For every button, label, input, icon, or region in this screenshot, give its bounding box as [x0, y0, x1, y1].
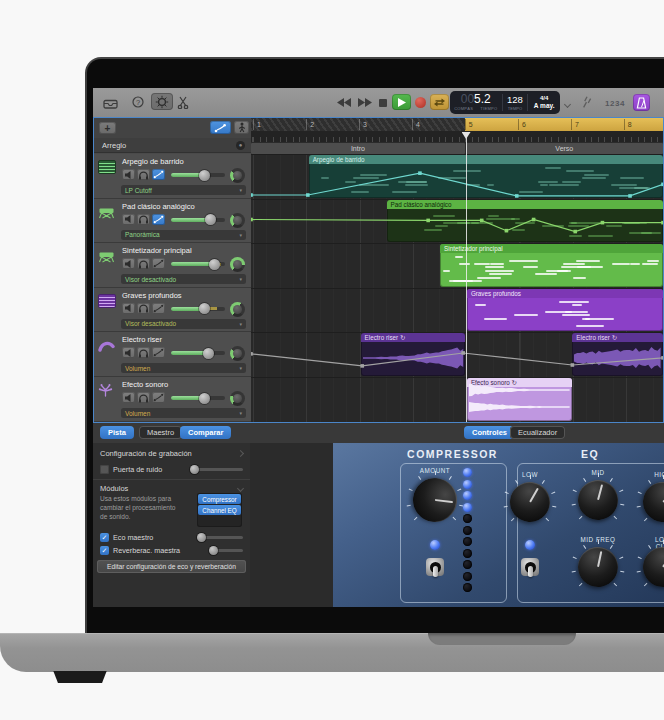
volume-slider[interactable]	[171, 262, 225, 266]
region-sintetizador-principal[interactable]: Sintetizador principal	[440, 244, 663, 287]
automation-point[interactable]	[573, 229, 577, 233]
volume-thumb[interactable]	[199, 303, 210, 314]
master-echo-slider[interactable]	[197, 536, 243, 539]
automation-point[interactable]	[251, 217, 253, 221]
track-row[interactable]: Pad clásico analógicoPanorámica▾	[94, 199, 251, 244]
track-row[interactable]: Electro riserVolumen▾	[94, 332, 251, 377]
track-row[interactable]: Sintetizador principalVisor desactivado▾	[94, 243, 251, 288]
editors-scissors-icon[interactable]	[177, 95, 189, 109]
track-figure-button[interactable]	[234, 121, 249, 134]
track-parameter-select[interactable]: Volumen▾	[121, 408, 246, 418]
noise-gate-checkbox[interactable]	[100, 465, 109, 474]
automation-button[interactable]	[152, 258, 165, 269]
eq-power-toggle[interactable]	[519, 555, 541, 579]
playhead-line[interactable]	[466, 132, 467, 422]
mute-button[interactable]	[122, 392, 135, 403]
noise-gate-slider[interactable]	[191, 468, 243, 471]
volume-slider[interactable]	[171, 218, 225, 222]
arrangement-marker[interactable]: Verso	[466, 143, 663, 154]
automation-button[interactable]	[152, 303, 165, 314]
mute-button[interactable]	[122, 258, 135, 269]
automation-button[interactable]	[152, 214, 165, 225]
ruler-ticks[interactable]	[251, 131, 663, 142]
stop-button[interactable]	[378, 98, 388, 108]
automation-point[interactable]	[661, 183, 663, 187]
solo-button[interactable]	[137, 258, 150, 269]
modules-row[interactable]: Módulos	[100, 484, 243, 493]
volume-thumb[interactable]	[205, 214, 216, 225]
tab-comparar[interactable]: Comparar	[180, 426, 231, 439]
volume-slider[interactable]	[171, 173, 225, 177]
region-graves-profundos[interactable]: Graves profundos	[467, 289, 663, 332]
automation-button[interactable]	[152, 347, 165, 358]
solo-button[interactable]	[137, 392, 150, 403]
automation-point[interactable]	[661, 220, 663, 224]
tab-maestro[interactable]: Maestro	[139, 426, 182, 439]
automation-point[interactable]	[251, 193, 253, 197]
automation-curve[interactable]	[251, 332, 663, 377]
pan-knob[interactable]	[230, 391, 245, 406]
volume-thumb[interactable]	[199, 393, 210, 404]
compressor-power-toggle[interactable]	[424, 555, 446, 579]
solo-button[interactable]	[137, 303, 150, 314]
automation-point[interactable]	[461, 352, 465, 356]
pan-knob[interactable]	[230, 302, 245, 317]
track-parameter-select[interactable]: LP Cutoff▾	[121, 185, 246, 195]
pan-knob[interactable]	[230, 168, 245, 183]
solo-button[interactable]	[137, 169, 150, 180]
mute-button[interactable]	[122, 214, 135, 225]
quick-help-icon[interactable]: ?	[132, 96, 144, 108]
show-automation-button[interactable]	[210, 121, 231, 134]
volume-slider[interactable]	[171, 396, 225, 400]
automation-curve[interactable]	[251, 199, 663, 244]
tab-pista[interactable]: Pista	[100, 426, 134, 439]
recording-settings-row[interactable]: Configuración de grabación	[100, 449, 243, 458]
automation-point[interactable]	[426, 218, 430, 222]
automation-point[interactable]	[480, 218, 484, 222]
volume-thumb[interactable]	[203, 348, 214, 359]
track-row[interactable]: Graves profundosVisor desactivado▾	[94, 288, 251, 333]
pan-knob[interactable]	[230, 346, 245, 361]
automation-point[interactable]	[532, 217, 536, 221]
automation-point[interactable]	[628, 194, 632, 198]
automation-point[interactable]	[661, 356, 663, 360]
pan-knob[interactable]	[230, 213, 245, 228]
automation-point[interactable]	[571, 364, 575, 368]
volume-thumb[interactable]	[209, 259, 220, 270]
count-in-button[interactable]: 1234	[602, 98, 628, 108]
track-parameter-select[interactable]: Volumen▾	[121, 363, 246, 373]
edit-echo-reverb-button[interactable]: Editar configuración de eco y reverberac…	[97, 560, 246, 573]
add-track-button[interactable]: +	[99, 122, 116, 134]
arrangement-options-icon[interactable]: ●	[236, 141, 245, 150]
play-button[interactable]	[392, 94, 411, 110]
automation-point[interactable]	[360, 364, 364, 368]
pan-knob[interactable]	[230, 257, 245, 272]
mute-button[interactable]	[122, 347, 135, 358]
track-parameter-select[interactable]: Visor desactivado▾	[121, 319, 246, 329]
automation-button[interactable]	[152, 169, 165, 180]
solo-button[interactable]	[137, 214, 150, 225]
module-item-channel-eq[interactable]: Channel EQ	[198, 505, 241, 515]
mute-button[interactable]	[122, 303, 135, 314]
automation-point[interactable]	[418, 171, 422, 175]
track-row[interactable]: Arpegio de barridoLP Cutoff▾	[94, 154, 251, 199]
volume-slider[interactable]	[171, 351, 225, 355]
volume-slider[interactable]	[171, 307, 225, 311]
volume-thumb[interactable]	[199, 170, 210, 181]
cycle-region[interactable]	[465, 118, 663, 131]
track-row[interactable]: Efecto sonoroVolumen▾	[94, 377, 251, 422]
tab-controles[interactable]: Controles	[464, 426, 515, 439]
solo-button[interactable]	[137, 347, 150, 358]
track-parameter-select[interactable]: Panorámica▾	[121, 230, 246, 240]
smart-controls-button[interactable]	[151, 93, 173, 110]
master-reverb-checkbox[interactable]: ✓	[100, 546, 109, 555]
track-parameter-select[interactable]: Visor desactivado▾	[121, 274, 246, 284]
lcd-display[interactable]: 005.2 COMPÁSTIEMPO 128 TEMPO 4/4 A may.	[450, 91, 560, 114]
mute-button[interactable]	[122, 169, 135, 180]
automation-curve[interactable]	[251, 154, 663, 199]
media-browser-icon[interactable]	[102, 95, 118, 109]
automation-point[interactable]	[306, 193, 310, 197]
tab-ecualizador[interactable]: Ecualizador	[510, 426, 565, 439]
master-reverb-slider[interactable]	[209, 549, 243, 552]
modules-list[interactable]: CompressorChannel EQ	[197, 493, 242, 527]
